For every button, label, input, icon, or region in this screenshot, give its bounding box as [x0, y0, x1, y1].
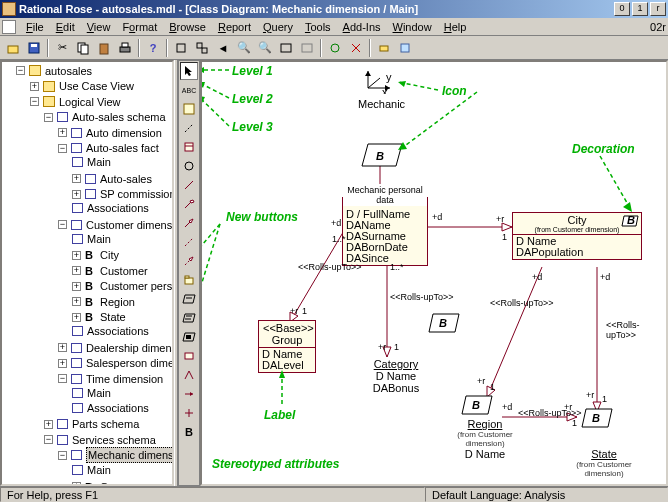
menu-format[interactable]: Format [116, 19, 163, 35]
tree-region[interactable]: Region [100, 295, 135, 309]
maximize-button[interactable]: 1 [632, 2, 648, 16]
menu-help[interactable]: Help [438, 19, 473, 35]
level1-tool[interactable] [180, 290, 198, 308]
tree-root[interactable]: autosales [45, 64, 92, 78]
assoc-tool[interactable] [180, 176, 198, 194]
browse-class-button[interactable] [171, 38, 191, 58]
tree-state[interactable]: State [100, 310, 126, 324]
anchor-tool[interactable] [180, 119, 198, 137]
custom5-tool[interactable]: B [180, 423, 198, 441]
zoom-in-button[interactable]: 🔍 [234, 38, 254, 58]
menu-edit[interactable]: Edit [50, 19, 81, 35]
city-class[interactable]: City (from Customer dimension) B D Name … [512, 212, 642, 260]
b-icon-1[interactable]: B [427, 312, 461, 334]
menu-addins[interactable]: Add-Ins [337, 19, 387, 35]
open-button[interactable] [3, 38, 23, 58]
menu-window[interactable]: Window [387, 19, 438, 35]
tool-d-button[interactable] [395, 38, 415, 58]
menu-query[interactable]: Query [257, 19, 299, 35]
custom4-tool[interactable] [180, 404, 198, 422]
tool-a-button[interactable] [325, 38, 345, 58]
tree-main3[interactable]: Main [87, 386, 111, 400]
region-label: Region (from Customer dimension) D Name [450, 418, 520, 460]
print-button[interactable] [115, 38, 135, 58]
tree-city[interactable]: City [100, 248, 119, 262]
state-icon[interactable]: B [580, 407, 614, 429]
tree-assoc2[interactable]: Associations [87, 324, 149, 338]
tree-main2[interactable]: Main [87, 232, 111, 246]
mech-personal-class[interactable]: Mechanic personal data D / FullName DANa… [342, 197, 428, 266]
tree-assoc1[interactable]: Associations [87, 201, 149, 215]
menu-tools[interactable]: Tools [299, 19, 337, 35]
tree-dealdim[interactable]: Dealership dimension [86, 341, 174, 355]
doc-icon [2, 20, 16, 34]
menu-browse[interactable]: Browse [163, 19, 212, 35]
generalization-tool[interactable] [180, 214, 198, 232]
note-tool[interactable] [180, 100, 198, 118]
tree-services[interactable]: Services schema [72, 433, 156, 447]
browse-parent-button[interactable] [192, 38, 212, 58]
browser-tree[interactable]: −autosales +Use Case View −Logical View … [0, 60, 174, 486]
group-class[interactable]: <<Base>>Group D Name DALevel [258, 320, 316, 373]
tree-custdim[interactable]: Customer dimension [86, 218, 174, 232]
undo-fit-button[interactable] [297, 38, 317, 58]
pointer-tool[interactable] [180, 62, 198, 80]
tree-logical[interactable]: Logical View [59, 95, 121, 109]
svg-rect-11 [281, 44, 291, 52]
tree-main4[interactable]: Main [87, 463, 111, 477]
tree-schema[interactable]: Auto-sales schema [72, 110, 166, 124]
custom3-tool[interactable] [180, 385, 198, 403]
role: +d [532, 272, 542, 282]
custom1-tool[interactable] [180, 347, 198, 365]
region-icon[interactable]: B [460, 394, 494, 416]
tree-autodim[interactable]: Auto dimension [86, 126, 162, 140]
copy-button[interactable] [73, 38, 93, 58]
zoom-out-button[interactable]: 🔍 [255, 38, 275, 58]
svg-text:B: B [439, 317, 447, 329]
diagram-canvas[interactable]: yx Mechanic B Mechanic personal data D /… [200, 60, 668, 486]
menu-file[interactable]: File [20, 19, 50, 35]
class-tool[interactable] [180, 138, 198, 156]
custom2-tool[interactable] [180, 366, 198, 384]
dependency-tool[interactable] [180, 233, 198, 251]
tree-autofact[interactable]: Auto-sales fact [86, 141, 159, 155]
tree-main1[interactable]: Main [87, 155, 111, 169]
text-tool[interactable]: ABC [180, 81, 198, 99]
tool-b-button[interactable] [346, 38, 366, 58]
svg-rect-6 [120, 47, 130, 52]
paste-button[interactable] [94, 38, 114, 58]
level2-tool[interactable] [180, 309, 198, 327]
aggregation-tool[interactable] [180, 195, 198, 213]
close-button[interactable]: r [650, 2, 666, 16]
svg-line-55 [368, 78, 380, 88]
previous-button[interactable]: ◄ [213, 38, 233, 58]
interface-tool[interactable] [180, 157, 198, 175]
decoration-icon: B [621, 215, 639, 229]
tree-customer[interactable]: Customer [100, 264, 148, 278]
tree-parts[interactable]: Parts schema [72, 417, 139, 431]
tree-spcomm[interactable]: SP commission [100, 187, 174, 201]
category-class[interactable]: Category D Name DABonus [368, 358, 424, 394]
menu-view[interactable]: View [81, 19, 117, 35]
tree-salesdim[interactable]: Salesperson dimension [86, 356, 174, 370]
mechanic-class-icon[interactable]: B [360, 142, 404, 168]
annot-stereo: Stereotyped attributes [212, 457, 339, 471]
tree-assoc3[interactable]: Associations [87, 401, 149, 415]
tree-custpers[interactable]: Customer personal data [100, 279, 174, 293]
package-tool[interactable] [180, 271, 198, 289]
help-button[interactable]: ? [143, 38, 163, 58]
minimize-button[interactable]: 0 [614, 2, 630, 16]
tree-timedim[interactable]: Time dimension [86, 372, 163, 386]
tree-usecase[interactable]: Use Case View [59, 79, 134, 93]
save-button[interactable] [24, 38, 44, 58]
fit-button[interactable] [276, 38, 296, 58]
tree-autosales[interactable]: Auto-sales [100, 172, 152, 186]
svg-text:y: y [386, 71, 392, 83]
cut-button[interactable]: ✂ [52, 38, 72, 58]
realize-tool[interactable] [180, 252, 198, 270]
mdi-close-button[interactable]: r [662, 21, 666, 33]
tool-c-button[interactable] [374, 38, 394, 58]
level3-tool[interactable] [180, 328, 198, 346]
menu-report[interactable]: Report [212, 19, 257, 35]
tree-mechdim[interactable]: Mechanic dimension [86, 447, 174, 463]
